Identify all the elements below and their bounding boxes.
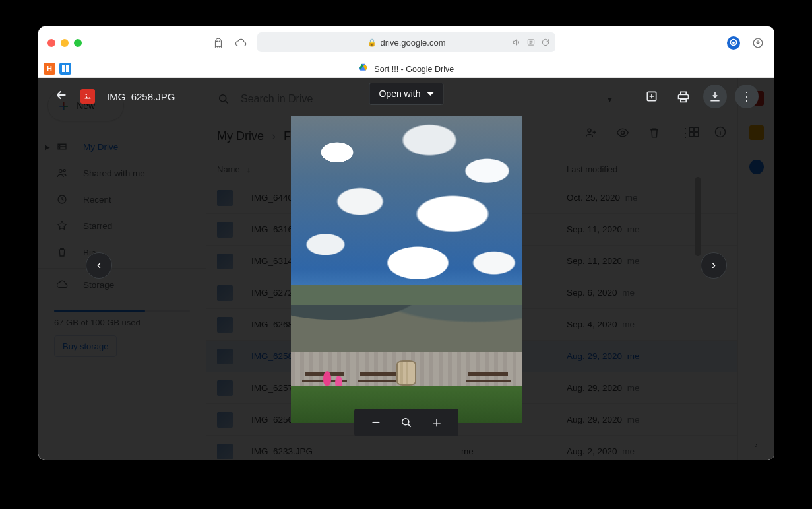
image-preview xyxy=(291,116,522,423)
viewer-actions: ⋮ xyxy=(640,85,759,108)
browser-tabstrip: H Sort !!! - Google Drive xyxy=(38,59,774,78)
back-button[interactable] xyxy=(54,88,69,105)
address-bar[interactable]: 🔒 drive.google.com xyxy=(257,32,555,52)
browser-right-extensions: ⦿ xyxy=(727,36,765,50)
next-image-button[interactable]: › xyxy=(701,252,727,279)
downloads-icon[interactable] xyxy=(751,36,765,50)
address-bar-trailing xyxy=(512,38,550,47)
fullscreen-window-button[interactable] xyxy=(74,39,82,47)
svg-rect-5 xyxy=(66,65,69,72)
zoom-reset-button[interactable] xyxy=(399,415,414,430)
open-with-button[interactable]: Open with xyxy=(369,83,443,105)
minimize-window-button[interactable] xyxy=(61,39,69,47)
tab-title[interactable]: Sort !!! - Google Drive xyxy=(359,63,454,74)
audio-icon[interactable] xyxy=(512,38,521,47)
prev-image-button[interactable]: ‹ xyxy=(86,252,112,279)
print-button[interactable] xyxy=(671,85,695,108)
svg-point-0 xyxy=(216,41,218,42)
safari-window: 🔒 drive.google.com ⦿ H Sort !!! - Google xyxy=(38,26,774,460)
onepassword-extension-icon[interactable]: ⦿ xyxy=(727,36,740,50)
favorite-shortcut-2[interactable] xyxy=(59,63,71,75)
favorites-bar: H xyxy=(44,63,71,75)
image-file-icon xyxy=(80,89,95,104)
ghost-extension-icon[interactable] xyxy=(211,36,226,50)
url-host: drive.google.com xyxy=(381,38,446,48)
viewer-more-button[interactable]: ⋮ xyxy=(735,85,759,108)
window-controls xyxy=(47,39,82,47)
viewer-filename: IMG_6258.JPG xyxy=(107,91,175,102)
close-window-button[interactable] xyxy=(47,39,55,47)
zoom-out-button[interactable]: − xyxy=(369,415,383,430)
svg-point-19 xyxy=(86,94,87,95)
zoom-controls: − ＋ xyxy=(354,409,458,436)
download-button[interactable] xyxy=(703,85,727,108)
browser-titlebar: 🔒 drive.google.com ⦿ xyxy=(38,26,774,59)
reader-icon[interactable] xyxy=(526,38,536,47)
zoom-in-button[interactable]: ＋ xyxy=(429,415,444,430)
add-to-drive-button[interactable] xyxy=(640,85,664,108)
svg-point-21 xyxy=(402,419,409,425)
svg-rect-4 xyxy=(62,65,65,72)
svg-point-1 xyxy=(219,41,220,42)
cloud-extension-icon[interactable] xyxy=(234,36,248,50)
reload-icon[interactable] xyxy=(541,38,550,47)
favorite-shortcut-1[interactable]: H xyxy=(44,63,55,75)
lock-icon: 🔒 xyxy=(367,38,377,47)
